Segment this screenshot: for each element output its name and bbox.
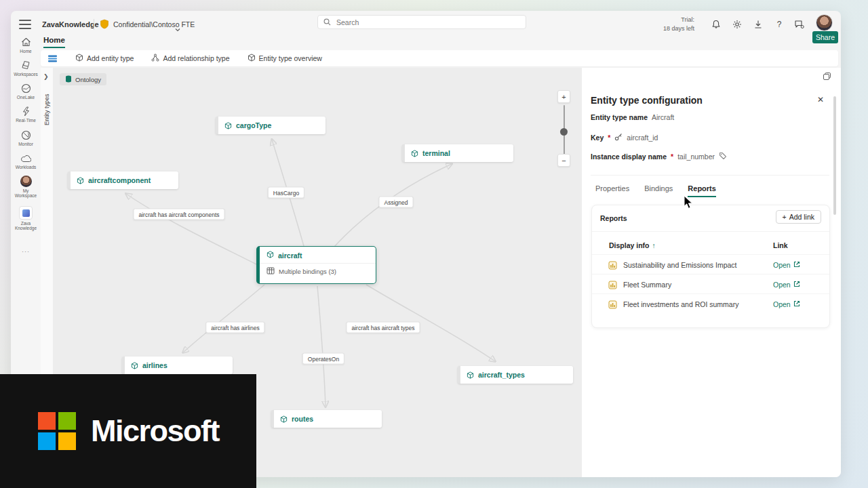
sidebar-item-workloads[interactable]: Workloads bbox=[11, 152, 41, 169]
sidebar-item-zava-knowledge[interactable]: Zava Knowledge bbox=[11, 206, 41, 231]
tenant-label[interactable]: Confidential\Contoso FTE bbox=[113, 20, 195, 28]
sidebar-item-my-workspace[interactable]: My Workspace bbox=[11, 176, 41, 199]
divider bbox=[94, 19, 94, 30]
zava-knowledge-icon bbox=[19, 206, 33, 220]
expand-chevron-icon[interactable]: ❯ bbox=[43, 73, 49, 80]
add-link-button[interactable]: + Add link bbox=[776, 210, 822, 224]
cube-icon bbox=[267, 251, 274, 260]
edge-label-has-aircraft-types[interactable]: aircraft has aircraft types bbox=[346, 322, 420, 333]
app-title: ZavaKnowledge bbox=[42, 20, 99, 28]
column-link: Link bbox=[773, 241, 788, 249]
user-avatar[interactable] bbox=[816, 14, 833, 31]
divider bbox=[592, 231, 829, 232]
graph-node-routes[interactable]: routes bbox=[271, 410, 382, 428]
panel-scrollbar[interactable] bbox=[833, 96, 836, 215]
entity-config-panel: Entity type configuration ✕ Entity type … bbox=[582, 68, 841, 477]
open-report-link[interactable]: Open bbox=[773, 261, 800, 269]
cube-icon bbox=[224, 122, 232, 129]
bell-icon[interactable] bbox=[710, 18, 722, 30]
workspace-avatar bbox=[20, 176, 32, 187]
feedback-icon[interactable] bbox=[793, 18, 805, 30]
tab-bindings[interactable]: Bindings bbox=[644, 184, 673, 197]
field-key: Key * aircraft_id bbox=[591, 133, 658, 142]
zoom-in-button[interactable]: + bbox=[557, 90, 570, 103]
tab-home[interactable]: Home bbox=[43, 36, 65, 48]
entity-types-tab[interactable]: Entity types bbox=[43, 87, 50, 125]
column-display-info[interactable]: Display info↑ bbox=[609, 241, 656, 249]
tag-icon bbox=[719, 152, 727, 161]
search-bar[interactable] bbox=[317, 15, 526, 29]
report-row: Fleet Summary Open bbox=[592, 274, 829, 293]
add-relationship-type-button[interactable]: Add relationship type bbox=[151, 54, 229, 63]
reports-section-label: Reports bbox=[600, 214, 627, 222]
sidebar-item-onelake[interactable]: OneLake bbox=[11, 83, 41, 100]
sidebar-item-home[interactable]: Home bbox=[11, 37, 41, 54]
graph-node-cargotype[interactable]: cargoType bbox=[216, 117, 326, 134]
onelake-icon bbox=[20, 83, 31, 94]
cube-icon bbox=[131, 362, 138, 369]
add-entity-type-button[interactable]: Add entity type bbox=[75, 54, 134, 63]
bindings-icon bbox=[267, 267, 275, 276]
tab-properties[interactable]: Properties bbox=[595, 184, 629, 197]
grid-view-icon[interactable] bbox=[47, 54, 58, 63]
report-icon bbox=[608, 260, 617, 272]
breadcrumb[interactable]: Ontology bbox=[60, 73, 106, 85]
sidebar-item-realtime[interactable]: Real-Time bbox=[11, 106, 41, 123]
cube-icon bbox=[411, 150, 418, 157]
database-icon bbox=[65, 75, 72, 84]
key-icon bbox=[614, 133, 623, 142]
zoom-slider-handle[interactable] bbox=[560, 128, 568, 136]
rail-more-button[interactable]: ··· bbox=[11, 248, 41, 255]
graph-node-aircraft-selected[interactable]: aircraft Multiple bindings (3) bbox=[256, 246, 376, 284]
cube-icon bbox=[467, 371, 474, 379]
graph-node-airlines[interactable]: airlines bbox=[122, 357, 233, 374]
top-bar: ZavaKnowledge Confidential\Contoso FTE T… bbox=[11, 11, 841, 42]
edge-label-operateson[interactable]: OperatesOn bbox=[302, 353, 344, 365]
workspaces-icon bbox=[20, 60, 31, 70]
monitor-icon bbox=[20, 129, 31, 140]
edge-label-has-airlines[interactable]: aircraft has airlines bbox=[205, 322, 264, 333]
graph-node-aircraftcomponent[interactable]: aircraftcomponent bbox=[68, 171, 178, 189]
cube-icon bbox=[77, 177, 84, 184]
shield-icon bbox=[100, 19, 109, 32]
sidebar-item-workspaces[interactable]: Workspaces bbox=[11, 60, 41, 77]
trial-status: Trial: 18 days left bbox=[654, 16, 694, 33]
gear-icon[interactable] bbox=[731, 18, 743, 30]
entity-type-overview-button[interactable]: Entity type overview bbox=[248, 54, 322, 63]
search-input[interactable] bbox=[335, 18, 520, 27]
chevron-down-icon[interactable] bbox=[175, 22, 180, 35]
panel-title: Entity type configuration bbox=[591, 95, 703, 106]
home-icon bbox=[20, 37, 31, 47]
cube-icon bbox=[280, 415, 288, 423]
microsoft-wordmark: Microsoft bbox=[91, 413, 219, 449]
graph-node-aircraft-types[interactable]: aircraft_types bbox=[458, 366, 573, 384]
edge-label-hascargo[interactable]: HasCargo bbox=[268, 187, 304, 199]
edge-label-assigned[interactable]: Assigned bbox=[379, 197, 414, 208]
plus-icon: + bbox=[783, 213, 787, 221]
microsoft-watermark: Microsoft bbox=[0, 374, 256, 488]
divider bbox=[591, 175, 829, 176]
share-button[interactable]: Share bbox=[812, 31, 838, 43]
tab-reports[interactable]: Reports bbox=[688, 184, 716, 197]
graph-node-terminal[interactable]: terminal bbox=[402, 144, 513, 162]
external-link-icon bbox=[793, 281, 800, 289]
microsoft-logo bbox=[38, 412, 76, 450]
help-icon[interactable]: ? bbox=[773, 18, 785, 30]
sidebar-item-monitor[interactable]: Monitor bbox=[11, 129, 41, 146]
panel-tabs: Properties Bindings Reports bbox=[595, 184, 716, 197]
copy-icon[interactable] bbox=[823, 71, 831, 83]
field-entity-type-name: Entity type name Aircraft bbox=[591, 113, 674, 121]
workloads-icon bbox=[20, 152, 31, 163]
cube-icon bbox=[248, 54, 256, 63]
close-icon[interactable]: ✕ bbox=[817, 95, 824, 104]
zoom-out-button[interactable]: − bbox=[557, 154, 570, 167]
open-report-link[interactable]: Open bbox=[773, 300, 800, 308]
download-icon[interactable] bbox=[752, 18, 764, 30]
edge-label-has-components[interactable]: aircraft has aircraft components bbox=[133, 209, 224, 220]
report-icon bbox=[608, 300, 617, 312]
reports-table-header: Display info↑ Link bbox=[592, 239, 829, 254]
open-report-link[interactable]: Open bbox=[773, 281, 800, 289]
external-link-icon bbox=[793, 261, 800, 269]
sort-asc-icon: ↑ bbox=[652, 241, 656, 249]
report-row: Sustainability and Emissions Impact Open bbox=[592, 254, 829, 274]
